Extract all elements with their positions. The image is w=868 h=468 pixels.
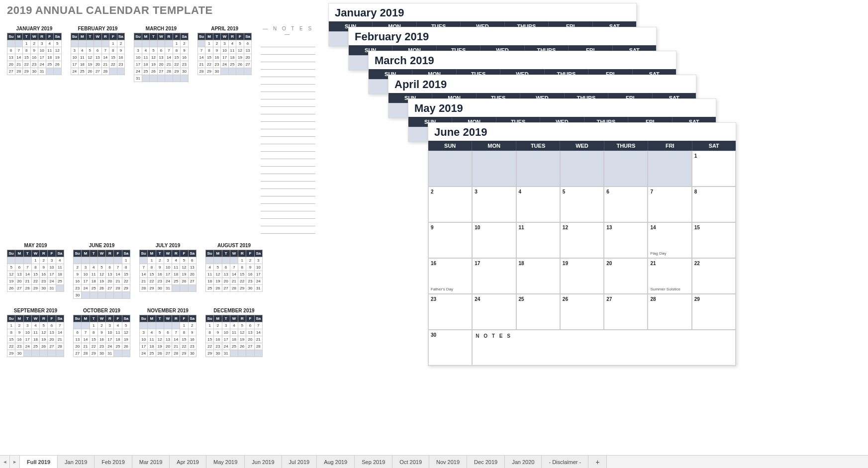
mini-dow: F — [173, 33, 181, 40]
tab-scroll-left-icon[interactable]: ◂ — [0, 456, 10, 468]
sheet-tab[interactable]: Nov 2019 — [429, 456, 467, 468]
calendar-cell[interactable]: 11 — [516, 222, 560, 258]
sheet-tab[interactable]: Dec 2019 — [467, 456, 505, 468]
sheet-tab[interactable]: Sep 2019 — [355, 456, 392, 468]
calendar-cell[interactable] — [560, 151, 604, 187]
calendar-cell[interactable]: 7 — [648, 187, 691, 222]
mini-day — [15, 40, 23, 47]
note-line[interactable] — [261, 152, 315, 159]
sheet-tab[interactable]: - Disclaimer - — [542, 456, 588, 468]
note-line[interactable] — [261, 47, 315, 55]
calendar-cell[interactable] — [516, 151, 560, 187]
note-line[interactable] — [261, 204, 315, 211]
tab-scroll-right-icon[interactable]: ▸ — [10, 456, 20, 468]
note-line[interactable] — [261, 189, 315, 196]
calendar-cell[interactable]: 2 — [428, 187, 472, 222]
sheet-tab[interactable]: Jul 2019 — [282, 456, 317, 468]
note-line[interactable] — [261, 182, 315, 189]
note-line[interactable] — [261, 196, 315, 204]
sheet-tab[interactable]: Feb 2019 — [95, 456, 132, 468]
calendar-cell[interactable]: 1 — [692, 151, 736, 187]
calendar-cell[interactable]: 30 — [428, 330, 472, 366]
mini-day: 13 — [7, 54, 15, 61]
calendar-cell[interactable] — [648, 151, 691, 187]
sheet-tab[interactable]: Jan 2019 — [58, 456, 95, 468]
calendar-cell[interactable]: 10 — [472, 222, 516, 258]
calendar-cell[interactable]: 21Summer Solstice — [648, 258, 691, 294]
sheet-tab[interactable]: Jan 2020 — [505, 456, 542, 468]
note-line[interactable] — [261, 99, 315, 107]
note-line[interactable] — [261, 107, 315, 114]
note-line[interactable] — [261, 226, 315, 234]
sheet-tab[interactable]: Oct 2019 — [392, 456, 429, 468]
note-line[interactable] — [261, 211, 315, 219]
mini-day: 5 — [86, 47, 94, 54]
calendar-cell[interactable]: 6 — [604, 187, 648, 222]
note-line[interactable] — [261, 129, 315, 137]
notes-area[interactable]: N O T E S — [472, 330, 736, 366]
calendar-cell[interactable]: 29 — [692, 294, 736, 330]
calendar-cell[interactable]: 15 — [692, 222, 736, 258]
calendar-cell[interactable]: 13 — [604, 222, 648, 258]
note-line[interactable] — [261, 159, 315, 167]
calendar-cell[interactable]: 8 — [692, 187, 736, 222]
calendar-cell[interactable]: 12 — [560, 222, 604, 258]
calendar-cell[interactable]: 5 — [560, 187, 604, 222]
sheet-tab[interactable]: Mar 2019 — [132, 456, 170, 468]
note-line[interactable] — [261, 77, 315, 85]
note-line[interactable] — [261, 85, 315, 92]
mini-day: 24 — [164, 278, 172, 285]
mini-day — [97, 257, 105, 264]
calendar-cell[interactable]: 27 — [604, 294, 648, 330]
calendar-cell[interactable]: 16Father's Day — [428, 258, 472, 294]
calendar-cell[interactable] — [428, 151, 472, 187]
note-line[interactable] — [261, 70, 315, 77]
mini-day: 5 — [97, 264, 105, 271]
calendar-cell[interactable]: 20 — [604, 258, 648, 294]
calendar-cell[interactable]: 18 — [516, 258, 560, 294]
calendar-cell[interactable]: 25 — [516, 294, 560, 330]
mini-day — [230, 350, 238, 357]
note-line[interactable] — [261, 122, 315, 129]
calendar-cell[interactable]: 9 — [428, 222, 472, 258]
mini-dow: F — [114, 250, 122, 257]
calendar-cell[interactable] — [472, 151, 516, 187]
mini-day: 7 — [140, 264, 148, 271]
note-line[interactable] — [261, 219, 315, 226]
note-line[interactable] — [261, 167, 315, 174]
mini-dow: Sa — [122, 250, 130, 257]
note-line[interactable] — [261, 174, 315, 182]
mini-dow: F — [246, 315, 254, 322]
calendar-cell[interactable]: 4 — [516, 187, 560, 222]
note-line[interactable] — [261, 62, 315, 70]
mini-day: 6 — [188, 257, 196, 264]
calendar-cell[interactable]: 28 — [648, 294, 691, 330]
calendar-cell[interactable]: 3 — [472, 187, 516, 222]
mini-day: 8 — [90, 329, 97, 336]
sheet-tab[interactable]: Jun 2019 — [245, 456, 282, 468]
note-line[interactable] — [261, 55, 315, 62]
mini-day: 6 — [222, 264, 230, 271]
note-line[interactable] — [261, 40, 315, 47]
calendar-cell[interactable]: 24 — [472, 294, 516, 330]
mini-day — [46, 68, 54, 75]
calendar-cell[interactable]: 22 — [692, 258, 736, 294]
note-line[interactable] — [261, 137, 315, 144]
sheet-tab[interactable]: Apr 2019 — [170, 456, 206, 468]
note-line[interactable] — [261, 114, 315, 122]
mini-dow: F — [48, 315, 56, 322]
note-line[interactable] — [261, 92, 315, 99]
calendar-cell[interactable]: 17 — [472, 258, 516, 294]
calendar-cell[interactable]: 26 — [560, 294, 604, 330]
calendar-cell[interactable]: 14Flag Day — [648, 222, 691, 258]
sheet-tab[interactable]: May 2019 — [206, 456, 245, 468]
note-line[interactable] — [261, 144, 315, 152]
sheet-tab[interactable]: Aug 2019 — [317, 456, 355, 468]
mini-day: 24 — [254, 278, 262, 285]
add-sheet-button[interactable]: + — [588, 456, 607, 468]
notes-column: — N O T E S — — [261, 26, 315, 234]
calendar-cell[interactable] — [604, 151, 648, 187]
calendar-cell[interactable]: 19 — [560, 258, 604, 294]
sheet-tab[interactable]: Full 2019 — [20, 456, 58, 468]
calendar-cell[interactable]: 23 — [428, 294, 472, 330]
